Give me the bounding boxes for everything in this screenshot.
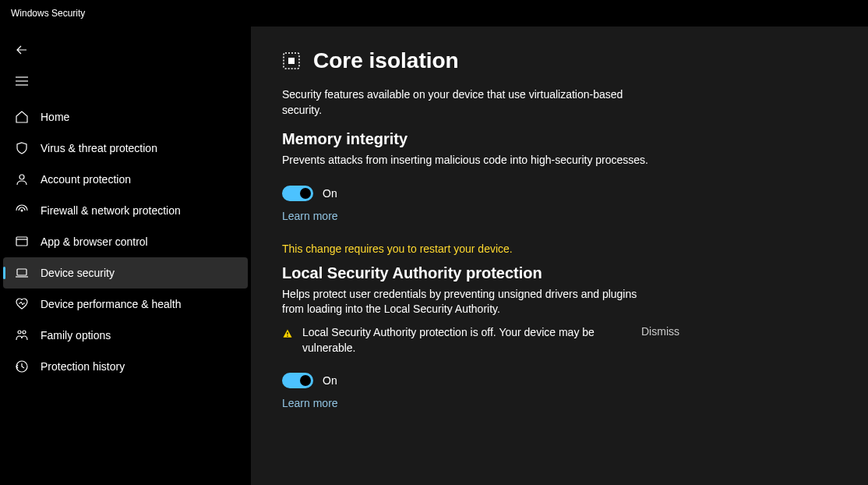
memory-integrity-learn-more-link[interactable]: Learn more: [282, 210, 338, 222]
sidebar-item-label: Protection history: [41, 360, 125, 373]
lsa-learn-more-link[interactable]: Learn more: [282, 397, 338, 409]
sidebar-item-label: Family options: [41, 329, 111, 342]
memory-integrity-toggle[interactable]: [282, 186, 313, 201]
restart-required-note: This change requires you to restart your…: [282, 242, 868, 255]
laptop-icon: [14, 265, 30, 281]
sidebar-item-label: Device security: [41, 267, 115, 279]
svg-point-9: [18, 331, 21, 334]
svg-point-3: [19, 175, 24, 179]
app-icon: [14, 234, 30, 250]
sidebar-item-account[interactable]: Account protection: [3, 164, 248, 195]
sidebar-item-label: App & browser control: [41, 235, 148, 248]
app-title: Windows Security: [11, 8, 85, 19]
warning-icon: [282, 328, 293, 339]
sidebar-item-history[interactable]: Protection history: [3, 351, 248, 382]
heart-icon: [14, 296, 30, 312]
memory-integrity-description: Prevents attacks from inserting maliciou…: [282, 153, 656, 168]
dismiss-button[interactable]: Dismiss: [641, 325, 679, 338]
back-button[interactable]: [6, 34, 37, 65]
shield-icon: [14, 140, 30, 156]
svg-rect-7: [17, 269, 26, 275]
page-title: Core isolation: [313, 48, 459, 73]
lsa-toggle[interactable]: [282, 373, 313, 388]
svg-point-15: [287, 335, 288, 337]
main-content: Core isolation Security features availab…: [251, 27, 868, 485]
sidebar-item-label: Device performance & health: [41, 298, 182, 310]
memory-integrity-title: Memory integrity: [282, 130, 868, 148]
svg-point-10: [23, 331, 26, 334]
hamburger-icon: [16, 76, 28, 86]
back-arrow-icon: [16, 44, 28, 56]
person-icon: [14, 172, 30, 187]
sidebar-item-device-security[interactable]: Device security: [3, 257, 248, 289]
sidebar-item-performance[interactable]: Device performance & health: [3, 289, 248, 320]
lsa-toggle-label: On: [323, 374, 337, 387]
sidebar-item-home[interactable]: Home: [3, 101, 248, 133]
sidebar-item-virus[interactable]: Virus & threat protection: [3, 133, 248, 164]
lsa-warning-text: Local Security Authority protection is o…: [302, 325, 635, 356]
sidebar-item-label: Firewall & network protection: [41, 204, 181, 217]
sidebar-item-label: Home: [41, 111, 69, 123]
home-icon: [14, 109, 30, 125]
memory-integrity-toggle-label: On: [323, 187, 337, 200]
page-description: Security features available on your devi…: [282, 87, 656, 118]
history-icon: [14, 359, 30, 374]
sidebar-item-app-browser[interactable]: App & browser control: [3, 226, 248, 257]
family-icon: [14, 327, 30, 343]
sidebar-item-firewall[interactable]: Firewall & network protection: [3, 195, 248, 226]
svg-rect-5: [16, 237, 27, 246]
lsa-description: Helps protect user credentials by preven…: [282, 287, 656, 317]
svg-rect-13: [288, 58, 295, 64]
sidebar: Home Virus & threat protection Account p…: [0, 27, 251, 485]
svg-point-4: [21, 210, 23, 212]
sidebar-item-family[interactable]: Family options: [3, 320, 248, 351]
lsa-title: Local Security Authority protection: [282, 264, 868, 282]
menu-button[interactable]: [6, 65, 37, 97]
window-titlebar: Windows Security: [0, 0, 868, 27]
core-isolation-icon: [282, 51, 301, 70]
sidebar-item-label: Account protection: [41, 173, 131, 186]
signal-icon: [14, 203, 30, 218]
sidebar-item-label: Virus & threat protection: [41, 142, 157, 154]
